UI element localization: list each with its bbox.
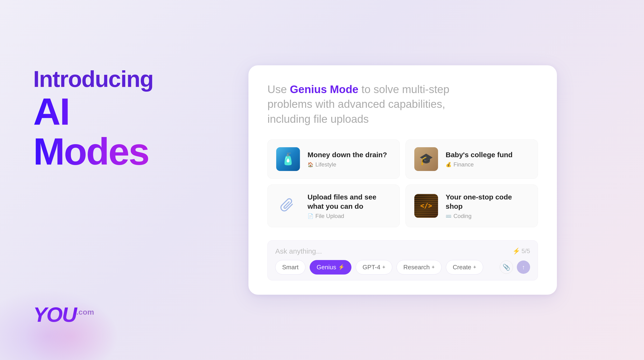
mode-btn-create[interactable]: Create +	[446, 260, 483, 274]
finance-icon: 💰	[446, 162, 452, 167]
feature-info-code: Your one-stop code shop ⌨️ Coding	[446, 192, 529, 219]
you-logo: YOU.com	[33, 302, 180, 327]
feature-card-code[interactable]: </> Your one-stop code shop ⌨️ Coding	[406, 185, 538, 227]
card-headline: Use Genius Mode to solve multi-step prob…	[268, 82, 481, 126]
research-label: Research	[404, 264, 430, 271]
gpt4-label: GPT-4	[362, 264, 380, 271]
introducing-label: Introducing	[33, 67, 180, 92]
feature-tag-label-code: Coding	[454, 213, 472, 219]
feature-info-upload: Upload files and see what you can do 📄 F…	[308, 192, 391, 219]
feature-card-upload[interactable]: Upload files and see what you can do 📄 F…	[268, 185, 400, 227]
feature-tag-water: 🏠 Lifestyle	[308, 161, 387, 168]
feature-image-water	[276, 147, 300, 171]
feature-info-water: Money down the drain? 🏠 Lifestyle	[308, 150, 387, 168]
you-logo-text: YOU	[33, 303, 76, 326]
mode-btn-smart[interactable]: Smart	[275, 260, 306, 274]
mode-row-wrapper: Smart Genius ⚡ GPT-4 + Research +	[275, 260, 530, 274]
ai-modes-label: AI Modes	[33, 92, 180, 171]
feature-card-college[interactable]: Baby's college fund 💰 Finance	[406, 139, 538, 179]
coding-icon: ⌨️	[446, 213, 452, 219]
feature-tag-label-water: Lifestyle	[315, 161, 336, 168]
paperclip-icon: 📎	[502, 264, 510, 271]
counter-bolt-icon: ⚡	[512, 247, 520, 255]
smart-label: Smart	[282, 264, 298, 271]
lifestyle-icon: 🏠	[308, 162, 314, 167]
mode-buttons: Smart Genius ⚡ GPT-4 + Research +	[275, 260, 483, 274]
search-area: Ask anything... ⚡ 5/5 Smart Genius ⚡	[268, 240, 538, 280]
feature-tag-upload: 📄 File Upload	[308, 213, 391, 219]
code-image-text: </>	[420, 202, 432, 210]
intro-text: Introducing AI Modes	[33, 67, 180, 171]
feature-tag-label-college: Finance	[454, 161, 474, 168]
gpt4-plus-icon: +	[382, 264, 385, 270]
logo-area: YOU.com	[33, 302, 180, 327]
page-container: Introducing AI Modes YOU.com Use Genius …	[0, 0, 644, 360]
mode-btn-research[interactable]: Research +	[396, 260, 442, 274]
search-placeholder[interactable]: Ask anything...	[275, 247, 512, 255]
send-button[interactable]: ↑	[517, 260, 530, 274]
feature-tag-code: ⌨️ Coding	[446, 213, 529, 219]
main-card: Use Genius Mode to solve multi-step prob…	[248, 65, 557, 294]
feature-card-water[interactable]: Money down the drain? 🏠 Lifestyle	[268, 139, 400, 179]
feature-image-college	[414, 147, 438, 171]
feature-title-water: Money down the drain?	[308, 150, 387, 159]
counter-value: 5/5	[522, 247, 530, 255]
genius-bolt-icon: ⚡	[338, 264, 344, 270]
feature-image-upload	[276, 194, 300, 218]
feature-tag-college: 💰 Finance	[446, 161, 512, 168]
feature-info-college: Baby's college fund 💰 Finance	[446, 150, 512, 168]
feature-image-code: </>	[414, 194, 438, 218]
create-label: Create	[453, 264, 471, 271]
feature-title-code: Your one-stop code shop	[446, 192, 529, 211]
search-counter: ⚡ 5/5	[512, 247, 530, 255]
attach-button[interactable]: 📎	[500, 260, 513, 274]
headline-plain1: Use	[268, 83, 290, 96]
research-plus-icon: +	[432, 264, 435, 270]
genius-label: Genius	[316, 264, 336, 271]
feature-tag-label-upload: File Upload	[315, 213, 344, 219]
mode-btn-gpt4[interactable]: GPT-4 +	[356, 260, 392, 274]
search-actions: 📎 ↑	[500, 260, 530, 274]
you-logo-com: .com	[76, 308, 94, 316]
headline-highlight: Genius Mode	[290, 83, 358, 96]
mode-btn-genius[interactable]: Genius ⚡	[310, 260, 351, 274]
search-input-row: Ask anything... ⚡ 5/5	[275, 247, 530, 255]
feature-title-upload: Upload files and see what you can do	[308, 192, 391, 211]
fileupload-icon: 📄	[308, 213, 314, 219]
feature-title-college: Baby's college fund	[446, 150, 512, 159]
left-panel: Introducing AI Modes YOU.com	[33, 19, 180, 341]
right-panel: Use Genius Mode to solve multi-step prob…	[194, 65, 611, 294]
create-plus-icon: +	[473, 264, 476, 270]
send-icon: ↑	[522, 264, 525, 271]
feature-grid: Money down the drain? 🏠 Lifestyle Baby's…	[268, 139, 538, 227]
